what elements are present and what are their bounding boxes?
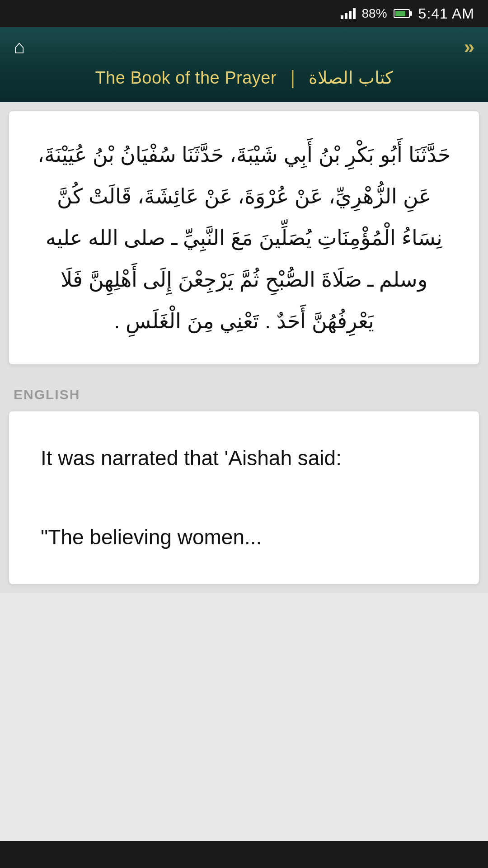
english-text: It was narrated that 'Aishah said: "The … — [41, 439, 447, 557]
english-section-label: ENGLISH — [9, 378, 479, 411]
main-content: حَدَّثَنَا أَبُو بَكْرِ بْنُ أَبِي شَيْب… — [0, 102, 488, 593]
battery-icon — [394, 9, 412, 18]
arabic-text: حَدَّثَنَا أَبُو بَكْرِ بْنُ أَبِي شَيْب… — [36, 134, 452, 342]
header-title-row: The Book of the Prayer | كتاب الصلاة — [14, 67, 474, 89]
english-text-card: It was narrated that 'Aishah said: "The … — [9, 411, 479, 584]
home-icon[interactable]: ⌂ — [14, 36, 25, 58]
status-bar: 88% 5:41 AM — [0, 0, 488, 27]
book-title-arabic: كتاب الصلاة — [309, 68, 393, 88]
forward-icon[interactable]: » — [464, 36, 474, 58]
title-separator: | — [290, 67, 295, 89]
status-time: 5:41 AM — [418, 5, 474, 22]
book-title-english: The Book of the Prayer — [95, 68, 277, 88]
bottom-bar — [0, 841, 488, 868]
arabic-text-card: حَدَّثَنَا أَبُو بَكْرِ بْنُ أَبِي شَيْب… — [9, 111, 479, 364]
status-icons: 88% 5:41 AM — [341, 5, 474, 22]
signal-icon — [341, 8, 356, 19]
app-header: ⌂ » The Book of the Prayer | كتاب الصلاة — [0, 27, 488, 102]
header-nav: ⌂ » — [14, 36, 474, 58]
battery-percent: 88% — [362, 6, 387, 21]
